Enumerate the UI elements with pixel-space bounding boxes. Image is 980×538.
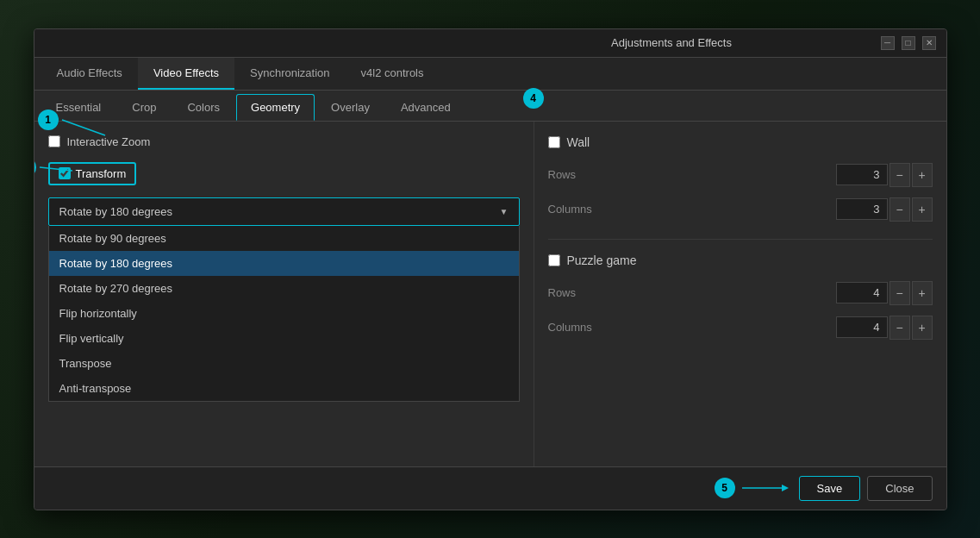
- wall-rows-increment[interactable]: +: [912, 163, 933, 187]
- puzzle-columns-increment[interactable]: +: [912, 316, 933, 340]
- annotation-4: 4: [523, 88, 544, 109]
- puzzle-rows-increment[interactable]: +: [912, 281, 933, 305]
- dropdown-item[interactable]: Anti-transpose: [49, 376, 519, 401]
- puzzle-label: Puzzle game: [567, 253, 637, 267]
- wall-rows-label: Rows: [548, 168, 577, 181]
- wall-columns-label: Columns: [548, 203, 592, 216]
- tab-colors[interactable]: Colors: [172, 94, 234, 121]
- dropdown-selected-label: Rotate by 180 degrees: [59, 205, 173, 218]
- interactive-zoom-checkbox[interactable]: [48, 135, 60, 147]
- tab-video-effects[interactable]: Video Effects: [138, 58, 234, 90]
- dropdown-selected[interactable]: Rotate by 180 degrees ▼: [48, 197, 520, 226]
- wall-rows-row: Rows 3 − +: [548, 163, 933, 187]
- svg-line-0: [62, 120, 105, 135]
- puzzle-section: Puzzle game Rows 4 − + Columns 4 − +: [548, 253, 933, 340]
- dropdown-item[interactable]: Transpose: [49, 351, 519, 376]
- main-window: Adjustments and Effects ─ □ ✕ Audio Effe…: [34, 28, 947, 510]
- tab-advanced[interactable]: Advanced: [386, 94, 465, 121]
- section-divider: [548, 239, 933, 240]
- tab-crop[interactable]: Crop: [117, 94, 171, 121]
- window-controls: ─ □ ✕: [881, 36, 936, 50]
- wall-section: Wall Rows 3 − + Columns 3 − +: [548, 135, 933, 222]
- interactive-zoom-label: Interactive Zoom: [67, 135, 151, 148]
- svg-marker-4: [782, 485, 789, 491]
- dropdown-item[interactable]: Rotate by 270 degrees: [49, 276, 519, 301]
- main-tab-bar: Audio Effects Video Effects Synchronizat…: [34, 58, 946, 91]
- wall-rows-value: 3: [836, 164, 888, 185]
- wall-columns-row: Columns 3 − +: [548, 197, 933, 222]
- puzzle-columns-label: Columns: [548, 321, 592, 334]
- interactive-zoom-row: Interactive Zoom: [48, 135, 151, 148]
- puzzle-checkbox[interactable]: [548, 254, 560, 266]
- puzzle-columns-spinner: 4 − +: [836, 316, 933, 340]
- tab-geometry[interactable]: Geometry: [236, 94, 315, 121]
- puzzle-columns-decrement[interactable]: −: [889, 316, 910, 340]
- left-panel: Interactive Zoom 1 Transform: [34, 122, 534, 466]
- close-button[interactable]: ✕: [922, 36, 936, 50]
- puzzle-rows-value: 4: [836, 282, 888, 303]
- dropdown-item[interactable]: Flip horizontally: [49, 301, 519, 326]
- title-bar: Adjustments and Effects ─ □ ✕: [34, 29, 946, 58]
- dropdown-item-selected[interactable]: Rotate by 180 degrees: [49, 251, 519, 276]
- save-button[interactable]: Save: [799, 476, 861, 501]
- right-panel: Wall Rows 3 − + Columns 3 − +: [534, 122, 946, 466]
- wall-header: Wall: [548, 135, 933, 149]
- footer: 5 Save Close: [34, 466, 946, 510]
- minimize-button[interactable]: ─: [881, 36, 895, 50]
- wall-columns-decrement[interactable]: −: [889, 197, 910, 222]
- annotation-3: 3: [34, 157, 36, 178]
- puzzle-columns-value: 4: [836, 316, 888, 338]
- puzzle-columns-row: Columns 4 − +: [548, 316, 933, 340]
- tab-overlay[interactable]: Overlay: [316, 94, 384, 121]
- puzzle-rows-label: Rows: [548, 286, 577, 299]
- tab-audio-effects[interactable]: Audio Effects: [41, 58, 138, 90]
- transform-dropdown: Rotate by 180 degrees ▼ Rotate by 90 deg…: [48, 197, 520, 226]
- annotation-5-arrow: [742, 481, 785, 495]
- wall-columns-increment[interactable]: +: [912, 197, 933, 222]
- wall-rows-spinner: 3 − +: [836, 163, 933, 187]
- annotation-1: 1: [38, 109, 59, 130]
- window-title: Adjustments and Effects: [463, 36, 881, 49]
- wall-rows-decrement[interactable]: −: [889, 163, 910, 187]
- dropdown-item[interactable]: Rotate by 90 degrees: [49, 226, 519, 251]
- sub-tab-bar: Essential Crop Colors Geometry Overlay A…: [34, 91, 946, 122]
- wall-columns-spinner: 3 − +: [836, 197, 933, 222]
- dropdown-arrow-icon: ▼: [500, 207, 509, 216]
- puzzle-rows-spinner: 4 − +: [836, 281, 933, 305]
- wall-checkbox[interactable]: [548, 136, 560, 148]
- annotation-5: 5: [715, 478, 735, 498]
- wall-label: Wall: [567, 135, 590, 149]
- wall-columns-value: 3: [836, 198, 888, 220]
- svg-line-1: [40, 167, 72, 171]
- dropdown-list: Rotate by 90 degrees Rotate by 180 degre…: [48, 226, 520, 402]
- content-area: Interactive Zoom 1 Transform: [34, 122, 946, 466]
- transform-label: Transform: [76, 167, 127, 180]
- puzzle-rows-decrement[interactable]: −: [889, 281, 910, 305]
- maximize-button[interactable]: □: [902, 36, 915, 50]
- puzzle-header: Puzzle game: [548, 253, 933, 267]
- puzzle-rows-row: Rows 4 − +: [548, 281, 933, 305]
- close-button[interactable]: Close: [867, 476, 932, 501]
- dropdown-item[interactable]: Flip vertically: [49, 326, 519, 351]
- tab-synchronization[interactable]: Synchronization: [234, 58, 346, 90]
- tab-v4l2-controls[interactable]: v4l2 controls: [346, 58, 440, 90]
